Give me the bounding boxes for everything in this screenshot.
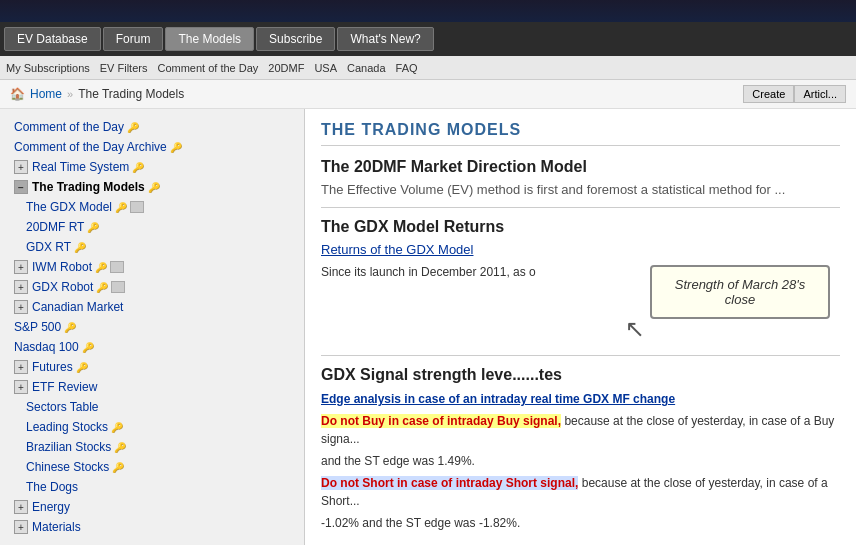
expand-energy[interactable]: + [14,500,28,514]
img-icon-4 [130,201,144,213]
key-icon-16: 🔑 [114,442,126,453]
sidebar-item-nasdaq100[interactable]: Nasdaq 100 🔑 [0,337,304,357]
callout-box: Strength of March 28's close [650,265,830,319]
sp500-label: S&P 500 [14,320,61,334]
the-dogs-label: The Dogs [26,480,78,494]
energy-label: Energy [32,500,70,514]
key-icon-2: 🔑 [132,162,144,173]
subnav-usa[interactable]: USA [314,62,337,74]
key-icon-11: 🔑 [82,342,94,353]
sidebar-item-sectors-table[interactable]: Sectors Table [0,397,304,417]
sidebar-item-gdx-robot[interactable]: + GDX Robot 🔑 [0,277,304,297]
content: THE TRADING MODELS The 20DMF Market Dire… [305,109,856,545]
sidebar-item-brazilian-stocks[interactable]: Brazilian Stocks 🔑 [0,437,304,457]
key-icon-6: 🔑 [74,242,86,253]
signal-line1: Do not Buy in case of intraday Buy signa… [321,412,840,448]
expand-materials[interactable]: + [14,520,28,534]
expand-futures[interactable]: + [14,360,28,374]
leading-stocks-label: Leading Stocks [26,420,108,434]
sidebar-item-etf-review[interactable]: + ETF Review [0,377,304,397]
materials-label: Materials [32,520,81,534]
img-icon-8 [111,281,125,293]
edge-analysis-title: Edge analysis in case of an intraday rea… [321,392,840,406]
comment-day-label: Comment of the Day [14,120,124,134]
brazilian-stocks-label: Brazilian Stocks [26,440,111,454]
nav-models[interactable]: The Models [165,27,254,51]
signal-line2-note: -1.02% and the ST edge was -1.82%. [321,514,840,532]
key-icon-10: 🔑 [64,322,76,333]
key-icon-0: 🔑 [127,122,139,133]
sidebar-item-gdx-rt[interactable]: GDX RT 🔑 [0,237,304,257]
signal-ellipsis: ... [321,538,840,545]
signal-highlight2: Do not Short in case of intraday Short s… [321,476,578,490]
sidebar-item-comment-archive[interactable]: Comment of the Day Archive 🔑 [0,137,304,157]
callout-text: Strength of March 28's close [675,277,805,307]
expand-gdx-robot[interactable]: + [14,280,28,294]
nav-forum[interactable]: Forum [103,27,164,51]
sidebar-item-real-time[interactable]: + Real Time System 🔑 [0,157,304,177]
nav-subscribe[interactable]: Subscribe [256,27,335,51]
sidebar: Comment of the Day 🔑 Comment of the Day … [0,109,305,545]
sidebar-item-iwm-robot[interactable]: + IWM Robot 🔑 [0,257,304,277]
create-button[interactable]: Create [743,85,794,103]
key-icon-15: 🔑 [111,422,123,433]
section2-link[interactable]: Returns of the GDX Model [321,242,840,257]
sidebar-item-energy[interactable]: + Energy [0,497,304,517]
sidebar-item-gdx-model[interactable]: The GDX Model 🔑 [0,197,304,217]
subnav-comment-day[interactable]: Comment of the Day [157,62,258,74]
section1-subtitle: The Effective Volume (EV) method is firs… [321,182,840,197]
expand-etf[interactable]: + [14,380,28,394]
subnav-20dmf[interactable]: 20DMF [268,62,304,74]
create-btns: Create Articl... [743,85,846,103]
breadcrumb: 🏠 Home » The Trading Models [10,87,184,101]
sidebar-item-canadian-market[interactable]: + Canadian Market [0,297,304,317]
canadian-market-label: Canadian Market [32,300,123,314]
key-icon-1: 🔑 [170,142,182,153]
trading-models-label: The Trading Models [32,180,145,194]
key-icon-8: 🔑 [96,282,108,293]
sectors-table-label: Sectors Table [26,400,99,414]
breadcrumb-sep: » [67,88,73,100]
key-icon-5: 🔑 [87,222,99,233]
gdx-rt-label: GDX RT [26,240,71,254]
nav-bar: EV Database Forum The Models Subscribe W… [0,22,856,56]
sidebar-item-trading-models[interactable]: − The Trading Models 🔑 [0,177,304,197]
nav-ev-database[interactable]: EV Database [4,27,101,51]
callout-arrow: ↗ [625,315,645,343]
key-icon-4: 🔑 [115,202,127,213]
divider2 [321,355,840,356]
gdx-model-label: The GDX Model [26,200,112,214]
expand-real-time[interactable]: + [14,160,28,174]
subnav-canada[interactable]: Canada [347,62,386,74]
signal-highlight1: Do not Buy in case of intraday Buy signa… [321,414,561,428]
article-button[interactable]: Articl... [794,85,846,103]
sidebar-item-futures[interactable]: + Futures 🔑 [0,357,304,377]
futures-label: Futures [32,360,73,374]
sidebar-item-comment-day[interactable]: Comment of the Day 🔑 [0,117,304,137]
expand-trading-models[interactable]: − [14,180,28,194]
sub-nav: My Subscriptions EV Filters Comment of t… [0,56,856,80]
sidebar-item-chinese-stocks[interactable]: Chinese Stocks 🔑 [0,457,304,477]
sidebar-item-20dmf-rt[interactable]: 20DMF RT 🔑 [0,217,304,237]
signal-title: GDX Signal strength leve......tes [321,366,840,384]
signal-line1-note: and the ST edge was 1.49%. [321,452,840,470]
sidebar-item-sp500[interactable]: S&P 500 🔑 [0,317,304,337]
subnav-my-subscriptions[interactable]: My Subscriptions [6,62,90,74]
breadcrumb-home-link[interactable]: Home [30,87,62,101]
expand-iwm[interactable]: + [14,260,28,274]
expand-canadian[interactable]: + [14,300,28,314]
main-layout: Comment of the Day 🔑 Comment of the Day … [0,109,856,545]
subnav-faq[interactable]: FAQ [396,62,418,74]
breadcrumb-row: 🏠 Home » The Trading Models Create Artic… [0,80,856,109]
key-icon-3: 🔑 [148,182,160,193]
sidebar-item-the-dogs[interactable]: The Dogs [0,477,304,497]
page-title: THE TRADING MODELS [321,121,840,146]
subnav-ev-filters[interactable]: EV Filters [100,62,148,74]
section2-title: The GDX Model Returns [321,218,840,236]
section1-title: The 20DMF Market Direction Model [321,158,840,176]
20dmf-rt-label: 20DMF RT [26,220,84,234]
nav-whats-new[interactable]: What's New? [337,27,433,51]
sidebar-item-leading-stocks[interactable]: Leading Stocks 🔑 [0,417,304,437]
key-icon-7: 🔑 [95,262,107,273]
sidebar-item-materials[interactable]: + Materials [0,517,304,537]
